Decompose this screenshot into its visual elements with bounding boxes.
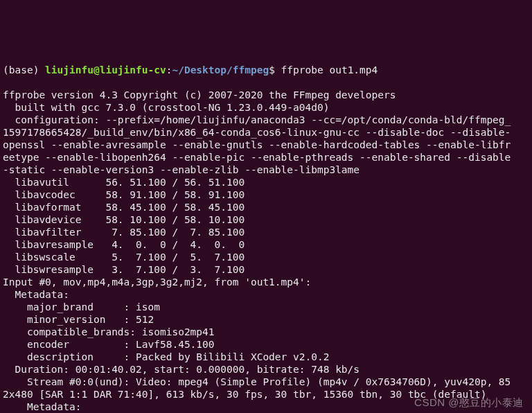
prompt-base: (base)	[3, 64, 45, 76]
output-line: libavdevice 58. 10.100 / 58. 10.100	[3, 213, 529, 226]
output-line: libavformat 58. 45.100 / 58. 45.100	[3, 201, 529, 213]
output-line: Stream #0:0(und): Video: mpeg4 (Simple P…	[3, 376, 529, 388]
output-line: libswscale 5. 7.100 / 5. 7.100	[3, 251, 529, 263]
output-line: libavfilter 7. 85.100 / 7. 85.100	[3, 226, 529, 238]
output-line: eetype --enable-libopenh264 --enable-pic…	[3, 151, 529, 164]
terminal-window[interactable]: (base) liujinfu@liujinfu-cv:~/Desktop/ff…	[0, 50, 532, 413]
output-line: minor_version : 512	[3, 313, 529, 326]
output-line: openssl --enable-avresample --enable-gnu…	[3, 139, 529, 151]
output-line: Input #0, mov,mp4,m4a,3gp,3g2,mj2, from …	[3, 276, 529, 288]
output-line: compatible_brands: isomiso2mp41	[3, 326, 529, 338]
output-line: 1597178665428/_build_env/bin/x86_64-cond…	[3, 126, 529, 139]
output-line: -static --enable-version3 --enable-zlib …	[3, 164, 529, 176]
output-line: description : Packed by Bilibili XCoder …	[3, 351, 529, 363]
command-output: ffprobe version 4.3 Copyright (c) 2007-2…	[3, 89, 529, 413]
output-line: libavutil 56. 51.100 / 56. 51.100	[3, 176, 529, 188]
output-line: libswresample 3. 7.100 / 3. 7.100	[3, 263, 529, 276]
output-line: Metadata:	[3, 288, 529, 301]
prompt-user: liujinfu@liujinfu-cv	[45, 64, 166, 76]
output-line: encoder : Lavf58.45.100	[3, 338, 529, 351]
command-text: ffprobe out1.mp4	[281, 64, 378, 76]
output-line: libavcodec 58. 91.100 / 58. 91.100	[3, 188, 529, 201]
output-line: libavresample 4. 0. 0 / 4. 0. 0	[3, 238, 529, 251]
output-line: configuration: --prefix=/home/liujinfu/a…	[3, 114, 529, 126]
prompt-path: ~/Desktop/ffmpeg	[172, 64, 269, 76]
output-line: built with gcc 7.3.0 (crosstool-NG 1.23.…	[3, 101, 529, 114]
watermark-text: CSDN @憨豆的小泰迪	[414, 396, 524, 409]
output-line: major_brand : isom	[3, 301, 529, 313]
prompt-line-1: (base) liujinfu@liujinfu-cv:~/Desktop/ff…	[3, 64, 529, 76]
prompt-dollar: $	[269, 64, 281, 76]
output-line: Duration: 00:01:40.02, start: 0.000000, …	[3, 363, 529, 376]
output-line: ffprobe version 4.3 Copyright (c) 2007-2…	[3, 89, 529, 101]
